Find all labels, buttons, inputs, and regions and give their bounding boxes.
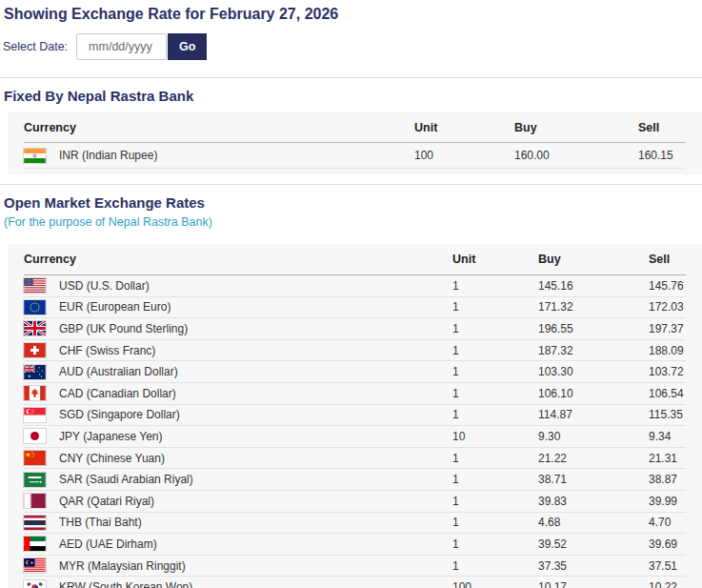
unit-cell: 1	[452, 365, 538, 378]
buy-cell: 39.83	[538, 495, 649, 508]
unit-column-header: Unit	[414, 121, 514, 134]
date-input[interactable]	[76, 33, 167, 60]
table-row: QAR (Qatari Riyal)139.8339.99	[24, 491, 686, 513]
sell-cell: 37.51	[649, 559, 686, 573]
qatar-flag-icon	[24, 494, 46, 508]
table-row: JPY (Japanese Yen)109.309.34	[24, 426, 686, 448]
canada-flag-icon	[24, 386, 46, 400]
table-header-row: Currency Unit Buy Sell	[24, 112, 686, 143]
sell-cell: 10.22	[649, 580, 686, 588]
sell-cell: 172.03	[649, 300, 686, 314]
exchange-rate-page: Showing Exchange Rate for February 27, 2…	[0, 6, 702, 588]
sell-cell: 188.09	[649, 344, 686, 357]
unit-cell: 1	[452, 387, 538, 400]
currency-cell: THB (Thai Baht)	[24, 516, 452, 530]
table-row: AUD (Australian Dollar)1103.30103.72	[24, 361, 686, 383]
unit-cell: 1	[452, 300, 538, 314]
table-row: MYR (Malaysian Ringgit)137.3537.51	[24, 556, 686, 578]
currency-name: GBP (UK Pound Sterling)	[59, 322, 188, 335]
buy-cell: 196.55	[538, 322, 649, 335]
buy-cell: 39.52	[538, 537, 649, 551]
singapore-flag-icon	[24, 408, 46, 422]
buy-cell: 187.32	[538, 344, 649, 357]
buy-cell: 114.87	[538, 408, 649, 421]
go-button[interactable]: Go	[168, 33, 207, 60]
table-row: SGD (Singapore Dollar)1114.87115.35	[24, 405, 686, 427]
unit-cell: 1	[452, 322, 538, 335]
table-row: GBP (UK Pound Sterling)1196.55197.37	[24, 318, 686, 340]
currency-cell: QAR (Qatari Riyal)	[24, 494, 452, 508]
currency-cell: KRW (South Korean Won)	[24, 580, 452, 588]
unit-column-header: Unit	[452, 253, 538, 266]
uae-flag-icon	[24, 537, 46, 551]
eu-flag-icon	[24, 300, 46, 314]
fixed-rates-table: Currency Unit Buy Sell INR (Indian Rupee…	[8, 112, 702, 174]
table-row: AED (UAE Dirham)139.5239.69	[24, 534, 686, 556]
section-divider	[0, 184, 702, 185]
table-row: USD (U.S. Dollar)1145.16145.76	[24, 275, 686, 297]
uk-flag-icon	[24, 321, 46, 335]
sell-column-header: Sell	[638, 121, 686, 134]
japan-flag-icon	[24, 429, 46, 443]
sell-column-header: Sell	[649, 253, 686, 266]
unit-cell: 1	[452, 537, 538, 551]
china-flag-icon	[24, 451, 46, 465]
unit-cell: 1	[452, 452, 538, 465]
buy-cell: 9.30	[538, 430, 649, 443]
currency-name: AUD (Australian Dollar)	[59, 365, 178, 378]
sell-cell: 115.35	[649, 408, 686, 421]
currency-name: AED (UAE Dirham)	[59, 537, 157, 551]
currency-cell: SGD (Singapore Dollar)	[24, 408, 452, 422]
currency-cell: AED (UAE Dirham)	[24, 537, 452, 551]
sell-cell: 160.15	[638, 149, 686, 162]
table-row: CHF (Swiss Franc)1187.32188.09	[24, 340, 686, 362]
currency-cell: CNY (Chinese Yuan)	[24, 451, 452, 465]
unit-cell: 1	[452, 559, 538, 573]
sell-cell: 106.54	[649, 387, 686, 400]
table-header-row: Currency Unit Buy Sell	[24, 244, 686, 275]
south-korea-flag-icon	[24, 580, 46, 588]
currency-name: CNY (Chinese Yuan)	[59, 452, 165, 465]
sell-cell: 145.76	[649, 279, 686, 293]
currency-name: EUR (European Euro)	[59, 300, 170, 314]
sell-cell: 9.34	[649, 430, 686, 443]
australia-flag-icon	[24, 365, 46, 379]
table-body: USD (U.S. Dollar)1145.16145.76EUR (Europ…	[24, 275, 686, 588]
sell-cell: 38.87	[649, 473, 686, 486]
open-market-heading: Open Market Exchange Rates	[4, 194, 702, 211]
currency-column-header: Currency	[24, 121, 414, 134]
currency-cell: JPY (Japanese Yen)	[24, 429, 452, 443]
unit-cell: 10	[452, 430, 538, 443]
currency-name: CHF (Swiss Franc)	[59, 344, 155, 357]
currency-name: CAD (Canadian Dollar)	[59, 387, 176, 400]
currency-column-header: Currency	[24, 253, 452, 266]
select-date-label: Select Date:	[3, 40, 68, 53]
currency-cell: EUR (European Euro)	[24, 300, 452, 314]
open-market-rates-table: Currency Unit Buy Sell USD (U.S. Dollar)…	[8, 244, 702, 588]
buy-cell: 10.17	[538, 580, 649, 588]
buy-cell: 160.00	[514, 149, 638, 162]
sell-cell: 103.72	[649, 365, 686, 378]
unit-cell: 1	[452, 344, 538, 357]
currency-name: THB (Thai Baht)	[59, 516, 142, 529]
currency-cell: CHF (Swiss Franc)	[24, 343, 452, 357]
currency-name: INR (Indian Rupee)	[59, 149, 157, 162]
table-row: INR (Indian Rupee)100160.00160.15	[24, 143, 686, 169]
sell-cell: 39.69	[649, 537, 686, 551]
currency-cell: GBP (UK Pound Sterling)	[24, 321, 452, 335]
currency-cell: AUD (Australian Dollar)	[24, 365, 452, 379]
table-row: CAD (Canadian Dollar)1106.10106.54	[24, 383, 686, 405]
table-row: CNY (Chinese Yuan)121.2221.31	[24, 448, 686, 470]
currency-name: KRW (South Korean Won)	[59, 580, 192, 588]
buy-cell: 21.22	[538, 452, 649, 465]
buy-cell: 103.30	[538, 365, 649, 378]
currency-cell: CAD (Canadian Dollar)	[24, 386, 452, 400]
table-row: THB (Thai Baht)14.684.70	[24, 513, 686, 535]
india-flag-icon	[24, 149, 46, 163]
buy-cell: 106.10	[538, 387, 649, 400]
buy-cell: 37.35	[538, 559, 649, 573]
currency-cell: MYR (Malaysian Ringgit)	[24, 558, 452, 573]
buy-cell: 38.71	[538, 473, 649, 486]
table-row: KRW (South Korean Won)10010.1710.22	[24, 577, 686, 588]
sell-cell: 197.37	[649, 322, 686, 335]
